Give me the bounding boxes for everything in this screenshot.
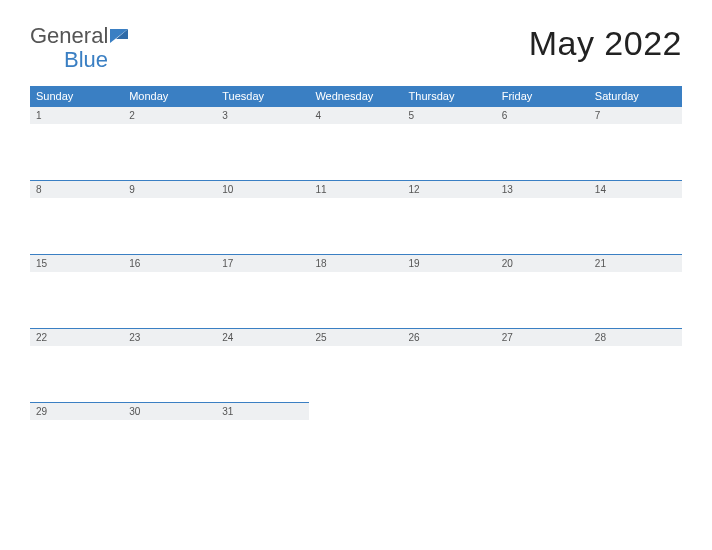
day-cell: 3 (216, 106, 309, 180)
week-row: 891011121314 (30, 180, 682, 254)
day-number: 16 (123, 254, 216, 272)
day-cell: 22 (30, 328, 123, 402)
day-number: 12 (403, 180, 496, 198)
week-row: 1234567 (30, 106, 682, 180)
day-number: 30 (123, 402, 216, 420)
day-body (589, 124, 682, 180)
day-cell: 29 (30, 402, 123, 476)
weekday-header-row: Sunday Monday Tuesday Wednesday Thursday… (30, 86, 682, 106)
day-number: 29 (30, 402, 123, 420)
weekday-header: Saturday (589, 86, 682, 106)
day-cell: 10 (216, 180, 309, 254)
day-body (30, 346, 123, 402)
day-body (589, 420, 682, 476)
day-body (496, 272, 589, 328)
brand-part1: General (30, 23, 108, 48)
day-body (496, 420, 589, 476)
day-cell (403, 402, 496, 476)
day-body (309, 124, 402, 180)
day-number: 25 (309, 328, 402, 346)
day-number: 4 (309, 106, 402, 124)
day-cell: 17 (216, 254, 309, 328)
header: General Blue May 2022 (30, 24, 682, 72)
day-body (496, 124, 589, 180)
day-number (496, 402, 589, 420)
day-number: 23 (123, 328, 216, 346)
weeks-container: 1234567891011121314151617181920212223242… (30, 106, 682, 476)
day-number: 27 (496, 328, 589, 346)
day-cell: 5 (403, 106, 496, 180)
day-cell: 16 (123, 254, 216, 328)
week-row: 293031 (30, 402, 682, 476)
day-cell: 18 (309, 254, 402, 328)
day-cell: 11 (309, 180, 402, 254)
day-number: 2 (123, 106, 216, 124)
day-number: 20 (496, 254, 589, 272)
weekday-header: Sunday (30, 86, 123, 106)
day-number: 6 (496, 106, 589, 124)
day-body (123, 420, 216, 476)
calendar-page: General Blue May 2022 Sunday Monday Tues… (0, 0, 712, 496)
day-cell: 7 (589, 106, 682, 180)
day-cell: 8 (30, 180, 123, 254)
day-cell: 20 (496, 254, 589, 328)
day-number: 17 (216, 254, 309, 272)
day-cell: 4 (309, 106, 402, 180)
day-number: 13 (496, 180, 589, 198)
day-cell: 24 (216, 328, 309, 402)
day-number: 28 (589, 328, 682, 346)
day-number: 8 (30, 180, 123, 198)
day-cell (309, 402, 402, 476)
weekday-header: Monday (123, 86, 216, 106)
day-number: 3 (216, 106, 309, 124)
brand-part2: Blue (30, 48, 108, 72)
day-body (216, 346, 309, 402)
week-row: 15161718192021 (30, 254, 682, 328)
day-body (403, 124, 496, 180)
day-body (123, 198, 216, 254)
day-number (403, 402, 496, 420)
day-body (123, 124, 216, 180)
day-number: 15 (30, 254, 123, 272)
day-cell: 2 (123, 106, 216, 180)
day-cell (496, 402, 589, 476)
calendar-grid: Sunday Monday Tuesday Wednesday Thursday… (30, 86, 682, 476)
day-cell: 15 (30, 254, 123, 328)
day-number: 21 (589, 254, 682, 272)
weekday-header: Friday (496, 86, 589, 106)
day-number: 14 (589, 180, 682, 198)
day-cell: 6 (496, 106, 589, 180)
day-cell: 14 (589, 180, 682, 254)
day-number: 1 (30, 106, 123, 124)
day-cell: 23 (123, 328, 216, 402)
day-body (309, 272, 402, 328)
day-body (30, 198, 123, 254)
flag-icon (110, 24, 128, 48)
day-cell: 1 (30, 106, 123, 180)
day-body (589, 272, 682, 328)
day-number: 31 (216, 402, 309, 420)
day-number (589, 402, 682, 420)
day-cell: 9 (123, 180, 216, 254)
day-body (309, 198, 402, 254)
day-cell: 25 (309, 328, 402, 402)
calendar-title: May 2022 (529, 24, 682, 63)
day-body (123, 346, 216, 402)
day-cell: 30 (123, 402, 216, 476)
day-number: 9 (123, 180, 216, 198)
day-body (589, 198, 682, 254)
day-body (30, 420, 123, 476)
weekday-header: Thursday (403, 86, 496, 106)
day-number: 24 (216, 328, 309, 346)
day-body (123, 272, 216, 328)
day-cell: 28 (589, 328, 682, 402)
day-cell: 31 (216, 402, 309, 476)
week-row: 22232425262728 (30, 328, 682, 402)
day-number: 7 (589, 106, 682, 124)
day-body (216, 124, 309, 180)
day-body (30, 272, 123, 328)
day-body (216, 420, 309, 476)
day-body (496, 346, 589, 402)
day-body (309, 346, 402, 402)
day-body (216, 198, 309, 254)
